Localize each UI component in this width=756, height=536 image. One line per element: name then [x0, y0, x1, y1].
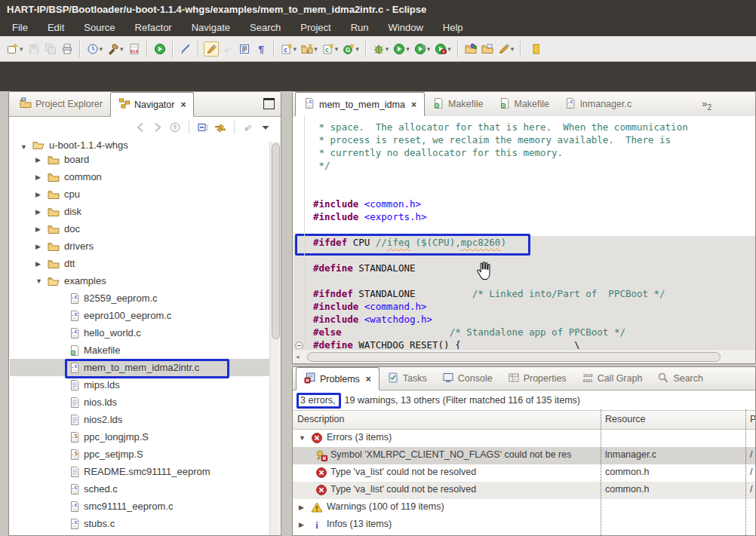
- tree-scrollbar[interactable]: [269, 142, 280, 535]
- tree-item-sched.c[interactable]: .csched.c: [10, 480, 270, 498]
- show-block-icon[interactable]: [237, 41, 252, 57]
- column-header-resource[interactable]: Resource: [605, 414, 646, 424]
- problem-row[interactable]: Type 'va_list' could not be resolvedcomm…: [293, 482, 755, 499]
- clipped-icon[interactable]: [526, 41, 541, 57]
- binary-file-icon[interactable]: 010: [127, 41, 142, 57]
- menu-search[interactable]: Search: [250, 22, 281, 33]
- close-icon[interactable]: ×: [366, 374, 371, 384]
- tree-item-drivers[interactable]: ▶drivers: [10, 237, 270, 255]
- tree-item-README.smc91111_eeprom[interactable]: README.smc91111_eeprom: [10, 463, 270, 480]
- pilcrow-icon[interactable]: ¶: [254, 41, 269, 57]
- problem-row[interactable]: Symbol 'XMLRPC_CLIENT_NO_FLAGS' could no…: [293, 447, 755, 464]
- problem-group-row[interactable]: ▶iInfos (13 items): [293, 516, 755, 534]
- collapse-arrow-icon[interactable]: ▼: [20, 143, 27, 151]
- tree-scrollbar-thumb[interactable]: [272, 143, 280, 339]
- tree-item-eepro100_eeprom.c[interactable]: .ceepro100_eeprom.c: [10, 307, 270, 324]
- editor-tab-lnmanager-c[interactable]: .clnmanager.c: [557, 92, 639, 116]
- expand-arrow-icon[interactable]: ▶: [35, 208, 41, 216]
- view-tab-tasks[interactable]: Tasks: [380, 367, 435, 390]
- tree-item-mem_to_mem_idma2intr.c[interactable]: .cmem_to_mem_idma2intr.c: [10, 359, 270, 376]
- tree-item-mips.lds[interactable]: mips.lds: [10, 376, 270, 394]
- run-external-icon[interactable]: [152, 41, 167, 57]
- view-tab-problems[interactable]: Problems×: [296, 367, 380, 391]
- tree-item-board[interactable]: ▶board: [10, 151, 270, 168]
- mark-pen-icon[interactable]: ▾: [496, 41, 516, 57]
- tree-item-examples[interactable]: ▼examples: [10, 272, 270, 289]
- tree-item-82559_eeprom.c[interactable]: .c82559_eeprom.c: [10, 289, 270, 307]
- new-wizard-icon[interactable]: ▾: [5, 41, 25, 57]
- expand-arrow-icon[interactable]: ▶: [35, 260, 41, 268]
- tree-item-cpu[interactable]: ▶cpu: [10, 185, 270, 203]
- editor-tab-makefile[interactable]: Makefile: [491, 92, 558, 116]
- editor-tab-mem-to-mem-idma[interactable]: .cmem_to_mem_idma×: [295, 92, 425, 117]
- build-hammer-icon[interactable]: ▾: [106, 41, 125, 57]
- expand-arrow-icon[interactable]: ▶: [35, 191, 41, 198]
- view-tab-properties[interactable]: Properties: [500, 367, 574, 390]
- open-resource-icon[interactable]: [480, 41, 495, 57]
- editor-hscrollbar[interactable]: ◂: [293, 349, 755, 363]
- tree-item-hello_world.c[interactable]: .chello_world.c: [10, 324, 270, 342]
- view-tab-console[interactable]: Console: [435, 367, 500, 390]
- run-history-icon[interactable]: ▾: [413, 41, 432, 57]
- collapse-arrow-icon[interactable]: ▼: [299, 434, 306, 442]
- menu-project[interactable]: Project: [300, 22, 330, 33]
- new-c-folder-icon[interactable]: c▾: [300, 41, 319, 57]
- close-icon[interactable]: ×: [180, 100, 186, 110]
- editor-tab-makefile[interactable]: Makefile: [425, 92, 491, 116]
- tree-item-stubs.c[interactable]: .cstubs.c: [10, 515, 270, 532]
- tree-item-disk[interactable]: ▶disk: [10, 203, 270, 220]
- expand-arrow-icon[interactable]: ▶: [299, 504, 304, 511]
- view-tab-navigator[interactable]: Navigator×: [110, 92, 195, 117]
- collapse-all-icon[interactable]: [197, 121, 209, 133]
- tree-item-dtt[interactable]: ▶dtt: [10, 255, 270, 272]
- menu-source[interactable]: Source: [84, 22, 115, 33]
- run-icon[interactable]: ▾: [392, 41, 411, 57]
- scroll-left-arrow-icon[interactable]: ◂: [296, 353, 300, 360]
- view-menu-icon[interactable]: [260, 121, 272, 133]
- file-tree[interactable]: ▼u-boot-1.1.4-whgs▶board▶common▶cpu▶disk…: [10, 142, 270, 535]
- link-editor-icon[interactable]: [214, 121, 226, 133]
- clock-icon[interactable]: ▾: [85, 41, 105, 57]
- tree-item-u-boot-1.1.4-whgs[interactable]: ▼u-boot-1.1.4-whgs: [10, 142, 270, 151]
- tree-item-nios.lds[interactable]: nios.lds: [10, 394, 270, 411]
- editor-hscrollbar-thumb[interactable]: [307, 352, 721, 362]
- tree-item-smc91111_eeprom.c[interactable]: .csmc91111_eeprom.c: [10, 498, 270, 515]
- tree-item-ppc_longjmp.S[interactable]: .Sppc_longjmp.S: [10, 428, 270, 446]
- menu-window[interactable]: Window: [389, 22, 423, 33]
- tree-item-test_burst_lib.S[interactable]: .Stest_burst_lib.S: [10, 532, 270, 535]
- new-c-source-icon[interactable]: c▾: [279, 41, 299, 57]
- collapse-arrow-icon[interactable]: ▼: [35, 277, 42, 285]
- tree-item-nios2.lds[interactable]: nios2.lds: [10, 411, 270, 428]
- menu-navigate[interactable]: Navigate: [192, 22, 230, 33]
- menu-refactor[interactable]: Refactor: [135, 22, 172, 33]
- debug-icon[interactable]: ▾: [371, 41, 391, 57]
- print-icon[interactable]: [60, 41, 75, 57]
- expand-arrow-icon[interactable]: ▶: [35, 156, 41, 164]
- expand-arrow-icon[interactable]: ▶: [35, 225, 41, 233]
- problem-group-row[interactable]: ▶Warnings (100 of 119 items): [293, 499, 755, 516]
- close-icon[interactable]: ×: [411, 100, 416, 110]
- expand-arrow-icon[interactable]: ▶: [35, 243, 41, 250]
- menu-edit[interactable]: Edit: [48, 22, 64, 33]
- view-tab-project-explorer[interactable]: Project Explorer: [12, 92, 110, 116]
- menu-file[interactable]: File: [12, 22, 28, 33]
- code-editor[interactable]: * space. The allocator for that is here.…: [293, 116, 755, 350]
- tree-item-ppc_setjmp.S[interactable]: .Sppc_setjmp.S: [10, 446, 270, 463]
- menu-run[interactable]: Run: [351, 22, 369, 33]
- tree-item-doc[interactable]: ▶doc: [10, 220, 270, 237]
- tree-item-Makefile[interactable]: Makefile: [10, 342, 270, 359]
- column-header-p[interactable]: P: [750, 414, 756, 424]
- maximize-button[interactable]: [263, 98, 275, 109]
- profile-icon[interactable]: ▾: [433, 41, 453, 57]
- problem-row[interactable]: Type 'va_list' could not be resolvedcomm…: [293, 464, 755, 482]
- open-type-icon[interactable]: [463, 41, 478, 57]
- new-make-target-icon[interactable]: G▾: [341, 41, 361, 57]
- expand-arrow-icon[interactable]: ▶: [299, 521, 304, 528]
- view-tab-search[interactable]: Search: [650, 367, 711, 390]
- pen-slash-icon[interactable]: [178, 41, 193, 57]
- problem-group-row[interactable]: ▼Errors (3 items): [293, 430, 755, 447]
- column-header-description[interactable]: Description: [297, 414, 345, 424]
- menu-help[interactable]: Help: [443, 22, 463, 33]
- new-c-class-icon[interactable]: c▾: [321, 41, 340, 57]
- tab-overflow-chevron[interactable]: »2: [702, 98, 711, 112]
